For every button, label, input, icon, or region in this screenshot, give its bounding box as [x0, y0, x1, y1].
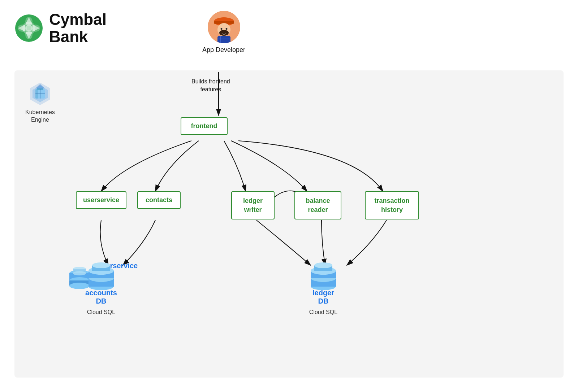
svg-point-3 — [25, 17, 33, 26]
cymbal-bank-logo: Cymbal Bank — [14, 11, 107, 46]
diagram-area: Kubernetes Engine Builds frontendfeature… — [14, 70, 564, 378]
avatar — [208, 11, 240, 43]
accounts-db-text: accountsDB — [85, 289, 117, 305]
userservice-node: userservice — [76, 191, 126, 209]
svg-point-11 — [220, 28, 222, 30]
svg-point-12 — [225, 28, 227, 30]
app-developer: App Developer — [202, 11, 245, 54]
ledger-db-cylinder — [303, 262, 343, 292]
developer-avatar-icon — [208, 11, 240, 43]
svg-point-14 — [221, 30, 227, 33]
svg-point-43 — [92, 262, 110, 268]
frontend-node: frontend — [181, 117, 228, 135]
diagram-arrows — [14, 70, 564, 378]
kubernetes-icon — [27, 81, 53, 106]
accounts-db-cylinder — [81, 262, 121, 292]
header: Cymbal Bank — [0, 0, 578, 53]
cymbal-bank-name: Cymbal Bank — [49, 11, 107, 46]
svg-point-50 — [314, 262, 332, 268]
kubernetes-engine: Kubernetes Engine — [25, 81, 55, 124]
kubernetes-label: Kubernetes Engine — [25, 109, 55, 124]
ledger-writer-node: ledger writer — [231, 191, 275, 219]
balance-reader-node: balance reader — [294, 191, 341, 219]
cymbal-logo-icon — [14, 14, 43, 43]
svg-point-4 — [31, 25, 40, 32]
accounts-db-group: accountsDB Cloud SQL — [81, 262, 121, 315]
svg-point-6 — [18, 25, 27, 32]
svg-rect-15 — [217, 36, 230, 43]
app-developer-label: App Developer — [202, 46, 245, 54]
ledger-db-group: ledgerDB Cloud SQL — [303, 262, 343, 315]
svg-point-5 — [25, 30, 33, 39]
ledger-cloud-sql-label: Cloud SQL — [309, 309, 337, 315]
ledger-db-text: ledgerDB — [312, 289, 334, 305]
accounts-cloud-sql-label: Cloud SQL — [87, 309, 115, 315]
builds-label: Builds frontendfeatures — [191, 78, 230, 94]
transaction-history-node: transaction history — [365, 191, 419, 219]
contacts-node: contacts — [137, 191, 181, 209]
